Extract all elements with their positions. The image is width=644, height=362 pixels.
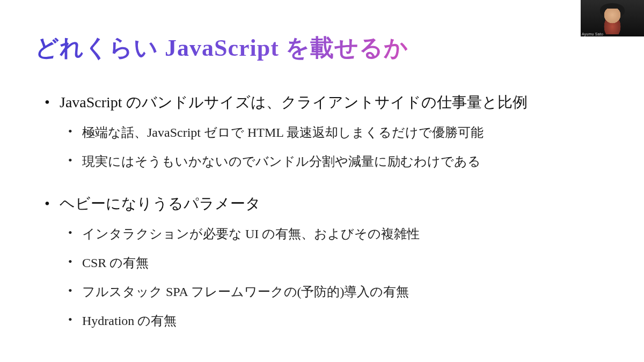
avatar	[599, 9, 625, 34]
sub-bullet-item: インタラクションが必要な UI の有無、およびその複雑性	[68, 223, 609, 245]
slide-title: どれくらい JavaScript を載せるか	[35, 32, 609, 64]
bullet-item: JavaScript のバンドルサイズは、クライアントサイドの仕事量と比例 極端…	[45, 91, 609, 173]
bullet-text: JavaScript のバンドルサイズは、クライアントサイドの仕事量と比例	[60, 94, 528, 110]
sub-bullet-item: Hydration の有無	[68, 309, 609, 332]
bullet-text: ヘビーになりうるパラメータ	[60, 195, 261, 212]
sub-bullet-item: 極端な話、JavaScript ゼロで HTML 最速返却しまくるだけで優勝可能	[68, 121, 609, 144]
slide-content: どれくらい JavaScript を載せるか JavaScript のバンドルサ…	[0, 0, 644, 361]
sub-bullet-list: インタラクションが必要な UI の有無、およびその複雑性 CSR の有無 フルス…	[60, 223, 609, 332]
webcam-name-label: Ayumu Sato	[582, 32, 603, 36]
sub-bullet-item: 現実にはそうもいかないのでバンドル分割や減量に励むわけである	[68, 150, 609, 173]
sub-bullet-item: フルスタック SPA フレームワークの(予防的)導入の有無	[68, 280, 609, 303]
webcam-thumbnail: Ayumu Sato	[581, 0, 644, 36]
sub-bullet-list: 極端な話、JavaScript ゼロで HTML 最速返却しまくるだけで優勝可能…	[60, 121, 609, 173]
sub-bullet-item: CSR の有無	[68, 252, 609, 274]
bullet-item: ヘビーになりうるパラメータ インタラクションが必要な UI の有無、およびその複…	[45, 192, 609, 332]
bullet-list: JavaScript のバンドルサイズは、クライアントサイドの仕事量と比例 極端…	[35, 91, 609, 332]
